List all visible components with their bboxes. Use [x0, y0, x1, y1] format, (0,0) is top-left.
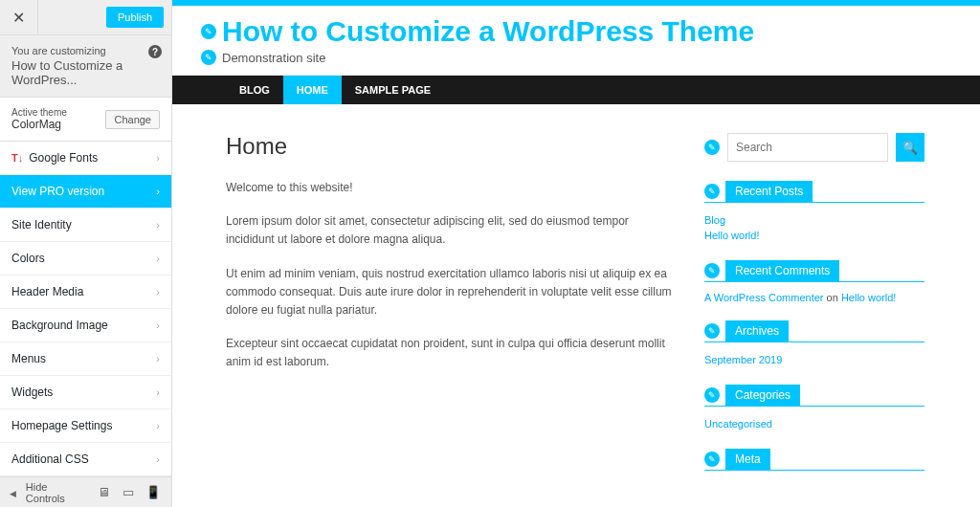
paragraph: Ut enim ad minim veniam, quis nostrud ex… [226, 265, 676, 320]
nav-item[interactable]: SAMPLE PAGE [342, 76, 444, 104]
site-tagline: Demonstration site [222, 51, 325, 65]
paragraph: Excepteur sint occaecat cupidatat non pr… [226, 335, 676, 371]
edit-widget-icon[interactable]: ✎ [704, 263, 720, 278]
panel-item[interactable]: Background Image› [0, 309, 171, 342]
chevron-right-icon: › [156, 186, 160, 197]
chevron-right-icon: › [156, 219, 160, 231]
panel-label: Google Fonts [29, 151, 98, 165]
customizer-sidebar: ✕ Publish You are customizing How to Cus… [0, 0, 172, 507]
widget-link[interactable]: Uncategorised [704, 416, 924, 431]
content-area: Home Welcome to this website!Lorem ipsum… [172, 104, 980, 507]
desktop-icon[interactable]: 🖥 [93, 482, 114, 503]
main-content: Home Welcome to this website!Lorem ipsum… [226, 133, 676, 488]
panel-label: Background Image [11, 319, 108, 332]
edit-widget-icon[interactable]: ✎ [704, 184, 720, 199]
panel-item[interactable]: Homepage Settings› [0, 409, 171, 443]
comment-post-link[interactable]: Hello world! [841, 292, 896, 303]
search-input[interactable] [736, 141, 880, 154]
panel-label: Header Media [11, 285, 83, 298]
mobile-icon[interactable]: 📱 [143, 482, 164, 503]
chevron-right-icon: › [156, 386, 160, 398]
panel-label: View PRO version [11, 185, 104, 198]
panel-label: Widgets [11, 386, 53, 399]
theme-name: ColorMag [11, 118, 67, 131]
device-switcher: 🖥 ▭ 📱 [93, 482, 171, 503]
commenter-link[interactable]: A WordPress Commenter [704, 292, 824, 303]
chevron-right-icon: › [156, 353, 160, 364]
edit-widget-icon[interactable]: ✎ [704, 323, 720, 339]
customizing-info: You are customizing How to Customize a W… [0, 35, 171, 98]
panel-item[interactable]: Site Identity› [0, 209, 171, 242]
panel-label: Homepage Settings [11, 419, 112, 432]
hide-controls-label: Hide Controls [26, 481, 83, 504]
chevron-right-icon: › [156, 453, 160, 465]
panel-item[interactable]: View PRO version› [0, 175, 171, 209]
nav-bar: BLOGHOMESAMPLE PAGE [172, 76, 980, 104]
chevron-right-icon: › [156, 420, 160, 431]
nav-item[interactable]: HOME [283, 76, 342, 104]
active-theme-label: Active theme [11, 107, 67, 118]
search-input-wrap [727, 133, 888, 162]
publish-button[interactable]: Publish [106, 7, 164, 28]
page-title: Home [226, 133, 676, 160]
chevron-right-icon: › [156, 152, 160, 164]
widget-title: Recent Posts [725, 181, 813, 202]
archives-widget: ✎ Archives September 2019 [704, 320, 924, 367]
panel-label: Additional CSS [11, 452, 89, 466]
change-theme-button[interactable]: Change [105, 110, 160, 129]
collapse-icon [10, 487, 20, 498]
hide-controls-button[interactable]: Hide Controls [0, 481, 93, 504]
panel-item[interactable]: Menus› [0, 342, 171, 376]
panel-item[interactable]: Colors› [0, 242, 171, 276]
widget-title: Recent Comments [725, 260, 839, 281]
close-button[interactable]: ✕ [0, 0, 38, 35]
tablet-icon[interactable]: ▭ [118, 482, 139, 503]
chevron-right-icon: › [156, 320, 160, 331]
widget-link[interactable]: September 2019 [704, 352, 924, 367]
widget-link[interactable]: Hello world! [704, 228, 924, 243]
theme-info: Active theme ColorMag Change [0, 98, 171, 142]
sidebar-footer: Hide Controls 🖥 ▭ 📱 [0, 476, 171, 507]
paragraph: Welcome to this website! [226, 179, 676, 197]
panel-item[interactable]: Widgets› [0, 376, 171, 409]
site-header: ✎ How to Customize a WordPress Theme ✎ D… [172, 6, 980, 76]
widgets-column: ✎ 🔍 ✎ Recent Posts BlogHello world! [704, 133, 924, 488]
panel-label: Menus [11, 352, 46, 365]
site-title[interactable]: How to Customize a WordPress Theme [222, 15, 754, 48]
help-icon[interactable]: ? [148, 45, 162, 58]
panel-label: Site Identity [11, 218, 72, 231]
search-widget: ✎ 🔍 [704, 133, 924, 162]
preview-area: ✎ How to Customize a WordPress Theme ✎ D… [172, 0, 980, 507]
recent-posts-widget: ✎ Recent Posts BlogHello world! [704, 181, 924, 243]
sidebar-header: ✕ Publish [0, 0, 171, 35]
customizing-title: How to Customize a WordPres... [11, 58, 160, 87]
search-button[interactable]: 🔍 [896, 133, 924, 162]
nav-item[interactable]: BLOG [226, 76, 283, 104]
edit-title-icon[interactable]: ✎ [201, 24, 216, 39]
font-icon: T↓ [11, 152, 23, 164]
paragraph: Lorem ipsum dolor sit amet, consectetur … [226, 212, 676, 249]
panel-item[interactable]: T↓Google Fonts› [0, 142, 171, 175]
widget-title: Archives [725, 320, 789, 342]
widget-link[interactable]: Blog [704, 212, 924, 228]
chevron-right-icon: › [156, 286, 160, 298]
edit-search-icon[interactable]: ✎ [704, 140, 720, 155]
search-icon: 🔍 [902, 141, 918, 155]
panel-label: Colors [11, 252, 45, 265]
edit-widget-icon[interactable]: ✎ [704, 387, 720, 403]
edit-widget-icon[interactable]: ✎ [704, 452, 720, 467]
edit-tagline-icon[interactable]: ✎ [201, 50, 216, 65]
recent-comments-widget: ✎ Recent Comments A WordPress Commenter … [704, 260, 924, 303]
comment-item: A WordPress Commenter on Hello world! [704, 292, 924, 303]
widget-title: Categories [725, 385, 800, 406]
panel-list: T↓Google Fonts›View PRO version›Site Ide… [0, 142, 171, 476]
chevron-right-icon: › [156, 253, 160, 264]
meta-widget: ✎ Meta [704, 449, 924, 471]
panel-item[interactable]: Header Media› [0, 276, 171, 309]
panel-item[interactable]: Additional CSS› [0, 443, 171, 476]
customizing-label: You are customizing [11, 45, 160, 56]
categories-widget: ✎ Categories Uncategorised [704, 385, 924, 431]
widget-title: Meta [725, 449, 770, 470]
